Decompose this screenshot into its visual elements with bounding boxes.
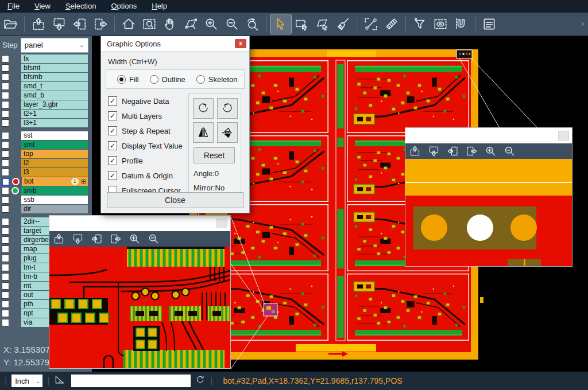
rotate-ccw-button[interactable] <box>217 98 238 119</box>
layer-label[interactable]: fx <box>21 54 88 63</box>
checkbox-multi-layers[interactable]: ✓Multi Layers <box>108 108 188 123</box>
layer-row-top[interactable]: top <box>0 150 92 158</box>
measure-distance-button[interactable] <box>361 14 381 34</box>
snap-magnet-button[interactable] <box>451 14 471 34</box>
step-repeat-grid-icon[interactable]: ⊞ <box>81 178 86 185</box>
layer-visibility-checkbox[interactable] <box>2 205 9 213</box>
close-button[interactable]: Close <box>107 192 243 208</box>
layer-visibility-checkbox[interactable] <box>2 178 10 186</box>
view-eye-button[interactable] <box>430 14 451 34</box>
layer-visibility-checkbox[interactable] <box>2 119 9 127</box>
move-right-button[interactable] <box>462 144 481 159</box>
radio-fill[interactable]: Fill <box>114 75 139 84</box>
zoom-window-button[interactable] <box>139 14 160 34</box>
pan-hand-button[interactable] <box>160 14 180 34</box>
menu-selection[interactable]: Selection <box>58 1 103 12</box>
open-folder-button[interactable] <box>0 14 21 34</box>
checkbox-box[interactable]: ✓ <box>108 126 117 135</box>
angle-mode-icon[interactable] <box>54 374 65 388</box>
layer-row-bot[interactable]: bot1⊞ <box>0 177 92 186</box>
magnifier-title-bar[interactable] <box>49 216 230 231</box>
layer-visibility-checkbox[interactable] <box>2 83 9 90</box>
zoom-out-button[interactable] <box>500 144 519 159</box>
zoom-in-button[interactable] <box>125 232 144 247</box>
magnifier-view-traces[interactable] <box>49 247 230 368</box>
reset-button[interactable]: Reset <box>194 147 235 163</box>
dialog-title-bar[interactable]: Graphic Options x <box>101 36 249 52</box>
move-up-button[interactable] <box>28 14 49 34</box>
layer-list-button[interactable] <box>479 14 500 34</box>
move-down-button[interactable] <box>49 14 69 34</box>
layer-row-smd_t[interactable]: smd_t <box>0 82 92 91</box>
layer-visibility-checkbox[interactable] <box>2 319 9 326</box>
zoom-in-button[interactable] <box>201 14 222 34</box>
layer-visibility-checkbox[interactable] <box>2 73 9 81</box>
menu-view[interactable]: View <box>27 1 58 12</box>
magnifier-source-top-right[interactable] <box>457 50 472 58</box>
layer-label[interactable]: l2+1 <box>21 110 88 118</box>
layer-visibility-checkbox[interactable] <box>2 110 9 118</box>
layer-visibility-checkbox[interactable] <box>2 245 9 253</box>
checkbox-display-text-value[interactable]: ✓Display Text Value <box>108 138 188 153</box>
flip-vertical-button[interactable] <box>217 122 238 143</box>
layer-row-smb[interactable]: smb <box>0 186 92 195</box>
layer-visibility-checkbox[interactable] <box>2 101 9 108</box>
layer-visibility-checkbox[interactable] <box>2 301 9 308</box>
layer-label[interactable]: bfsmt <box>21 64 88 72</box>
move-right-button[interactable] <box>90 14 111 34</box>
layer-row-l2[interactable]: l2 <box>0 159 92 167</box>
layer-visibility-checkbox[interactable] <box>2 64 9 72</box>
layer-label[interactable]: ssb <box>21 196 88 204</box>
layer-label[interactable]: sst <box>21 131 88 140</box>
layer-row-smt[interactable]: smt <box>0 141 92 149</box>
layer-label[interactable]: top <box>21 150 88 158</box>
checkbox-step-repeat[interactable]: ✓Step & Repeat <box>108 123 188 138</box>
filter-funnel-button[interactable] <box>409 14 430 34</box>
layer-label[interactable]: bot1⊞ <box>22 177 88 186</box>
home-button[interactable] <box>118 14 139 34</box>
checkbox-box[interactable]: ✓ <box>108 171 117 180</box>
layer-row-layer_3.gbr[interactable]: layer_3.gbr <box>0 100 92 109</box>
radio-outline[interactable]: Outline <box>146 75 185 84</box>
unit-select[interactable]: Inch ⌄ <box>11 375 42 387</box>
radio-circle[interactable] <box>196 75 205 84</box>
menu-file[interactable]: File <box>0 1 27 12</box>
layer-label[interactable]: smb <box>21 186 88 195</box>
layer-visibility-checkbox[interactable] <box>2 196 9 204</box>
toolbar-overflow-chevron[interactable]: > <box>581 20 585 28</box>
checkbox-datum-origin[interactable]: ✓Datum & Origin <box>108 168 188 183</box>
move-left-button[interactable] <box>87 232 106 247</box>
layer-visibility-checkbox[interactable] <box>2 310 9 317</box>
zoom-out-button[interactable] <box>144 232 163 247</box>
layer-visibility-checkbox[interactable] <box>2 169 9 176</box>
layer-label[interactable]: layer_3.gbr <box>21 100 88 109</box>
layer-visibility-checkbox[interactable] <box>2 159 9 167</box>
layer-row-bfsmt[interactable]: bfsmt <box>0 64 92 72</box>
move-down-button[interactable] <box>424 144 443 159</box>
radio-circle[interactable] <box>150 75 158 84</box>
checkbox-box[interactable]: ✓ <box>108 141 117 150</box>
move-right-button[interactable] <box>106 232 125 247</box>
zoom-previous-button[interactable] <box>242 14 263 34</box>
layer-visibility-checkbox[interactable] <box>2 264 9 271</box>
layer-row-fx[interactable]: fx <box>0 54 92 63</box>
layer-row-ssb[interactable]: ssb <box>0 196 92 204</box>
layer-row-dir[interactable]: dir <box>0 205 92 213</box>
checkbox-profile[interactable]: ✓Profile <box>108 153 188 168</box>
layer-label[interactable]: smd_t <box>21 82 88 91</box>
layer-row-bfsmb[interactable]: bfsmb <box>0 73 92 81</box>
checkbox-negative-data[interactable]: ✓Negative Data <box>108 93 188 108</box>
layer-label[interactable]: bfsmb <box>21 73 88 81</box>
clean-brush-button[interactable] <box>332 14 353 34</box>
magnifier-source-center[interactable] <box>264 303 277 316</box>
checkbox-box[interactable]: ✓ <box>108 96 117 106</box>
rotate-cw-button[interactable] <box>193 98 214 119</box>
layer-row-sst[interactable]: sst <box>0 131 92 140</box>
move-left-button[interactable] <box>69 14 90 34</box>
layer-row-smd_b[interactable]: smd_b <box>0 91 92 100</box>
layer-visibility-checkbox[interactable] <box>2 55 9 63</box>
layer-row-l3[interactable]: l3 <box>0 168 92 177</box>
zoom-object-button[interactable] <box>180 14 201 34</box>
zoom-in-button[interactable] <box>481 144 500 159</box>
magnifier-view-fiducials[interactable] <box>405 159 572 266</box>
